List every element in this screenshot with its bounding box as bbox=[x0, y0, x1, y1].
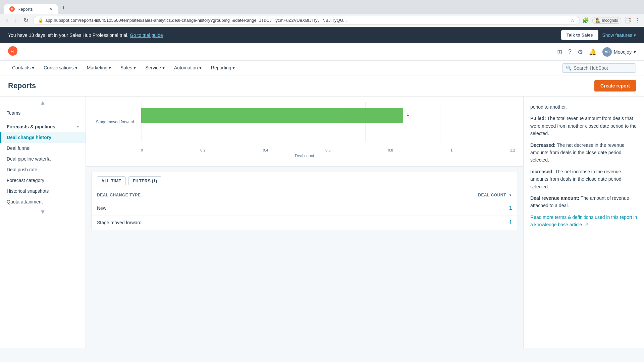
forward-button[interactable]: › bbox=[13, 16, 19, 24]
filter-all-time[interactable]: ALL TIME bbox=[97, 176, 126, 185]
sort-icon: ▼ bbox=[509, 193, 512, 197]
main-content: Stage moved forward 1 bbox=[86, 97, 523, 348]
sidebar: ▲ Teams Forecasts & pipelines ▾ Deal cha… bbox=[0, 97, 86, 348]
right-panel: period to another. Pulled: The total rev… bbox=[523, 97, 644, 348]
sidebar-item-deal-push-rate[interactable]: Deal push rate bbox=[0, 164, 86, 175]
search-icon: 🔍 bbox=[566, 65, 572, 71]
settings-icon[interactable]: ⚙ bbox=[578, 48, 583, 56]
chart-wrapper: Stage moved forward 1 bbox=[94, 102, 515, 156]
sidebar-item-deal-pipeline-waterfall[interactable]: Deal pipeline waterfall bbox=[0, 154, 86, 164]
hubspot-favicon: H bbox=[9, 6, 15, 12]
grid-line-4 bbox=[440, 102, 440, 142]
x-label-6: 1.2 bbox=[510, 148, 515, 152]
search-input[interactable] bbox=[574, 65, 632, 71]
sidebar-item-forecasts-pipelines[interactable]: Forecasts & pipelines ▾ bbox=[0, 121, 86, 132]
extensions-icon[interactable]: 🧩 bbox=[582, 17, 589, 23]
user-menu[interactable]: MJ Moodjoy ▾ bbox=[602, 47, 636, 57]
sidebar-item-deal-funnel[interactable]: Deal funnel bbox=[0, 143, 86, 154]
scroll-up-indicator: ▲ bbox=[40, 99, 46, 106]
page-title: Reports bbox=[8, 81, 36, 90]
sidebar-item-forecast-category[interactable]: Forecast category bbox=[0, 175, 86, 186]
forecasts-chevron-icon: ▾ bbox=[77, 124, 79, 129]
browser-chrome: H Reports × + ‹ › ↻ 🔒 app.hubspot.com/re… bbox=[0, 0, 644, 27]
help-icon[interactable]: ? bbox=[568, 48, 572, 55]
incognito-badge: 🕵 Incognito bbox=[592, 17, 621, 24]
create-report-button[interactable]: Create report bbox=[594, 80, 636, 92]
chart-section: Stage moved forward 1 bbox=[86, 97, 523, 167]
notifications-icon[interactable]: 🔔 bbox=[589, 48, 596, 56]
chevron-down-icon: ▾ bbox=[634, 33, 636, 38]
back-button[interactable]: ‹ bbox=[4, 16, 10, 24]
x-label-1: 0.2 bbox=[200, 148, 205, 152]
svg-text:H: H bbox=[10, 49, 14, 54]
external-link-icon: ↗ bbox=[585, 222, 589, 227]
content-area: ▲ Teams Forecasts & pipelines ▾ Deal cha… bbox=[0, 97, 644, 348]
table-cell-count-0: 1 bbox=[327, 201, 518, 216]
x-label-2: 0.4 bbox=[263, 148, 268, 152]
page-header: Reports Create report bbox=[0, 75, 644, 97]
right-panel-para-4: Deal revenue amount: The amount of reven… bbox=[530, 194, 637, 209]
chart-y-labels: Stage moved forward bbox=[94, 102, 138, 142]
browser-tab-active[interactable]: H Reports × bbox=[4, 4, 58, 14]
trial-guide-link[interactable]: Go to trial guide bbox=[130, 33, 163, 38]
table-cell-type-0: New bbox=[92, 201, 327, 216]
sidebar-item-historical-snapshots[interactable]: Historical snapshots bbox=[0, 186, 86, 196]
sidebar-item-quota-attainment[interactable]: Quota attainment bbox=[0, 196, 86, 207]
close-tab-button[interactable]: × bbox=[49, 6, 52, 12]
sidebar-divider bbox=[0, 120, 86, 120]
main-nav: Contacts ▾ Conversations ▾ Marketing ▾ S… bbox=[0, 61, 644, 75]
marketing-chevron-icon: ▾ bbox=[109, 65, 111, 70]
nav-reporting[interactable]: Reporting ▾ bbox=[207, 62, 239, 74]
right-panel-para-0: period to another. bbox=[530, 103, 637, 111]
contacts-chevron-icon: ▾ bbox=[32, 65, 34, 70]
chart-bar-value: 1 bbox=[407, 112, 409, 117]
lock-icon: 🔒 bbox=[38, 18, 43, 23]
sidebar-item-teams[interactable]: Teams bbox=[0, 108, 86, 118]
nav-automation[interactable]: Automation ▾ bbox=[170, 62, 206, 74]
trial-banner-text: You have 13 days left in your Sales Hub … bbox=[8, 33, 557, 38]
talk-to-sales-button[interactable]: Talk to Sales bbox=[561, 30, 598, 40]
right-panel-para-3: Increased: The net increase in the reven… bbox=[530, 168, 637, 190]
right-panel-link-para: Read more terms & definitions used in th… bbox=[530, 214, 637, 229]
hubspot-logo[interactable]: H bbox=[8, 46, 17, 58]
new-tab-button[interactable]: + bbox=[58, 3, 69, 14]
trial-banner: You have 13 days left in your Sales Hub … bbox=[0, 27, 644, 43]
user-name: Moodjoy bbox=[614, 49, 632, 55]
url-text: app.hubspot.com/reports-list/45105500/te… bbox=[45, 18, 569, 23]
x-label-5: 1 bbox=[450, 148, 452, 152]
col-header-count[interactable]: DEAL COUNT ▼ bbox=[327, 189, 518, 201]
table-cell-count-1: 1 bbox=[327, 216, 518, 230]
refresh-button[interactable]: ↻ bbox=[21, 16, 31, 25]
conversations-chevron-icon: ▾ bbox=[75, 65, 77, 70]
x-label-3: 0.6 bbox=[325, 148, 330, 152]
sidebar-item-deal-change-history[interactable]: Deal change history bbox=[0, 132, 86, 143]
address-bar[interactable]: 🔒 app.hubspot.com/reports-list/45105500/… bbox=[33, 16, 580, 25]
table-cell-type-1: Stage moved forward bbox=[92, 216, 327, 230]
scroll-down-indicator: ▼ bbox=[40, 208, 46, 216]
knowledge-base-link[interactable]: Read more terms & definitions used in th… bbox=[530, 215, 637, 227]
chart-y-label-0: Stage moved forward bbox=[94, 120, 134, 124]
reporting-chevron-icon: ▾ bbox=[232, 65, 235, 70]
table-section: ALL TIME FILTERS (1) DEAL CHANGE TYPE DE… bbox=[91, 172, 518, 230]
nav-contacts[interactable]: Contacts ▾ bbox=[8, 62, 38, 74]
nav-service[interactable]: Service ▾ bbox=[141, 62, 169, 74]
filter-filters[interactable]: FILTERS (1) bbox=[128, 176, 162, 185]
apps-icon[interactable]: ⊞ bbox=[557, 48, 562, 56]
user-chevron-icon: ▾ bbox=[634, 49, 636, 55]
automation-chevron-icon: ▾ bbox=[199, 65, 202, 70]
right-panel-para-1: Pulled: The total revenue amount from de… bbox=[530, 115, 637, 137]
nav-sales[interactable]: Sales ▾ bbox=[116, 62, 140, 74]
user-avatar: MJ bbox=[602, 47, 612, 57]
show-features-button[interactable]: Show features ▾ bbox=[602, 33, 636, 38]
nav-search[interactable]: 🔍 bbox=[562, 63, 636, 73]
sidebar-section: ▲ Teams Forecasts & pipelines ▾ Deal cha… bbox=[0, 97, 86, 218]
tab-title: Reports bbox=[17, 7, 33, 12]
bookmarks-icon[interactable]: 📑 bbox=[625, 17, 631, 23]
bookmark-icon[interactable]: ☆ bbox=[571, 18, 575, 23]
chart-x-axis: 0 0.2 0.4 0.6 0.8 1 1.2 bbox=[141, 148, 515, 152]
nav-marketing[interactable]: Marketing ▾ bbox=[83, 62, 115, 74]
x-label-4: 0.8 bbox=[388, 148, 393, 152]
nav-conversations[interactable]: Conversations ▾ bbox=[40, 62, 82, 74]
menu-icon[interactable]: ⋮ bbox=[635, 17, 640, 23]
chart-x-title: Deal count bbox=[94, 154, 515, 158]
